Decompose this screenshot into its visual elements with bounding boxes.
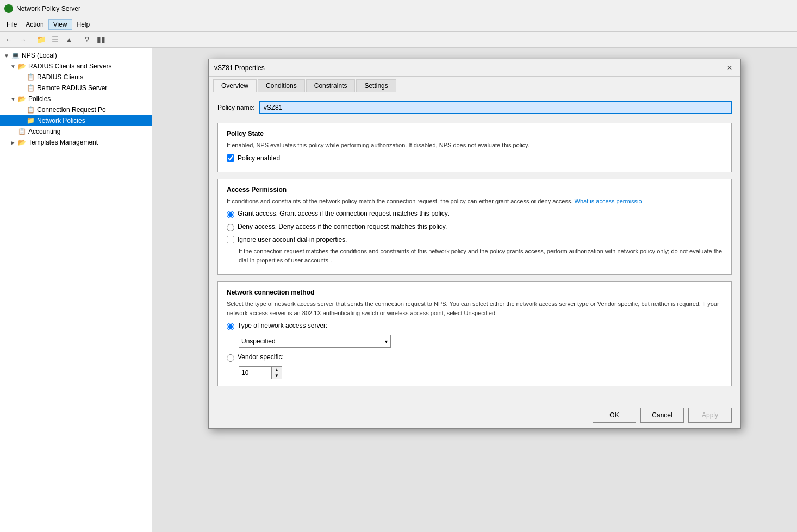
sidebar-item-radius-clients[interactable]: 📋 RADIUS Clients bbox=[0, 72, 152, 83]
dialog-title: vSZ81 Properties bbox=[214, 64, 265, 72]
sidebar: ▼ 💻 NPS (Local) ▼ 📂 RADIUS Clients and S… bbox=[0, 48, 152, 532]
sidebar-item-radius-clients-servers[interactable]: ▼ 📂 RADIUS Clients and Servers bbox=[0, 61, 152, 72]
computer-icon: 💻 bbox=[11, 51, 20, 60]
sidebar-item-network-policies[interactable]: 📁 Network Policies bbox=[0, 115, 152, 126]
expander-crp bbox=[17, 105, 26, 114]
toolbar-separator bbox=[32, 34, 32, 45]
deny-access-radio[interactable] bbox=[227, 224, 234, 231]
properties-dialog: vSZ81 Properties ✕ Overview Conditions C… bbox=[208, 59, 741, 429]
sidebar-label-radius-clients-servers: RADIUS Clients and Servers bbox=[28, 62, 111, 70]
tabs-bar: Overview Conditions Constraints Settings bbox=[209, 77, 740, 92]
toolbar: ← → 📁 ☰ ▲ ? ▮▮ bbox=[0, 32, 797, 48]
folder-icon: 📂 bbox=[17, 62, 26, 71]
sidebar-item-connection-request[interactable]: 📋 Connection Request Po bbox=[0, 104, 152, 115]
doc-icon-2: 📋 bbox=[26, 84, 35, 92]
server-type-dropdown[interactable]: Unspecified DHCP Server Gateway RADIUS P… bbox=[239, 335, 391, 348]
tab-constraints[interactable]: Constraints bbox=[306, 79, 356, 92]
ignore-dialin-row: Ignore user account dial-in properties. bbox=[227, 236, 723, 243]
toolbar-separator-2 bbox=[78, 34, 78, 45]
dropdown-row: Unspecified DHCP Server Gateway RADIUS P… bbox=[239, 335, 723, 348]
sidebar-label-remote-radius: Remote RADIUS Server bbox=[37, 84, 107, 92]
sidebar-label-radius-clients: RADIUS Clients bbox=[37, 73, 83, 81]
access-permission-title: Access Permission bbox=[227, 186, 723, 193]
folder-icon-3: 📂 bbox=[17, 138, 26, 147]
console-tree-button[interactable]: ☰ bbox=[48, 34, 61, 46]
spinner-up-button[interactable]: ▲ bbox=[272, 367, 282, 373]
vendor-specific-label[interactable]: Vendor specific: bbox=[238, 353, 284, 361]
menu-help[interactable]: Help bbox=[72, 20, 95, 29]
dialog-body: Policy name: Policy State If enabled, NP… bbox=[209, 92, 740, 402]
dropdown-wrapper: Unspecified DHCP Server Gateway RADIUS P… bbox=[239, 335, 391, 348]
sidebar-item-policies[interactable]: ▼ 📂 Policies bbox=[0, 93, 152, 104]
tab-settings[interactable]: Settings bbox=[356, 79, 396, 92]
grant-access-radio[interactable] bbox=[227, 211, 234, 218]
sidebar-item-remote-radius[interactable]: 📋 Remote RADIUS Server bbox=[0, 83, 152, 93]
expander-rc bbox=[17, 73, 26, 82]
ok-button[interactable]: OK bbox=[593, 408, 636, 423]
access-permission-desc: If conditions and constraints of the net… bbox=[227, 197, 723, 206]
apply-button[interactable]: Apply bbox=[688, 408, 732, 423]
forward-button[interactable]: → bbox=[16, 34, 29, 46]
app-icon bbox=[4, 4, 13, 13]
up-button[interactable]: 📁 bbox=[34, 34, 47, 46]
type-server-radio[interactable] bbox=[227, 323, 234, 330]
policy-name-label: Policy name: bbox=[217, 104, 255, 111]
policy-state-desc: If enabled, NPS evaluates this policy wh… bbox=[227, 141, 723, 150]
vendor-spinner-row: ▲ ▼ bbox=[239, 366, 723, 379]
sidebar-item-accounting[interactable]: 📋 Accounting bbox=[0, 126, 152, 137]
access-permission-link[interactable]: What is access permissio bbox=[575, 198, 642, 204]
ignore-dialin-desc: If the connection request matches the co… bbox=[239, 247, 723, 265]
deny-access-row: Deny access. Deny access if the connecti… bbox=[227, 223, 723, 231]
policy-enabled-label[interactable]: Policy enabled bbox=[238, 154, 280, 162]
doc-icon: 📋 bbox=[26, 73, 35, 82]
sidebar-label-templates: Templates Management bbox=[28, 139, 98, 146]
vendor-specific-radio[interactable] bbox=[227, 354, 234, 362]
policy-state-section: Policy State If enabled, NPS evaluates t… bbox=[217, 123, 732, 172]
access-permission-section: Access Permission If conditions and cons… bbox=[217, 179, 732, 276]
dialog-title-bar: vSZ81 Properties ✕ bbox=[209, 59, 740, 77]
sidebar-label-nps: NPS (Local) bbox=[22, 52, 57, 59]
grant-access-label[interactable]: Grant access. Grant access if the connec… bbox=[238, 210, 449, 217]
menu-action[interactable]: Action bbox=[21, 20, 48, 29]
deny-access-label[interactable]: Deny access. Deny access if the connecti… bbox=[238, 223, 447, 230]
dialog-overlay: vSZ81 Properties ✕ Overview Conditions C… bbox=[152, 48, 797, 532]
dialog-close-button[interactable]: ✕ bbox=[724, 62, 735, 73]
policy-name-row: Policy name: bbox=[217, 101, 732, 114]
title-bar: Network Policy Server bbox=[0, 0, 797, 17]
expander-tmpl: ► bbox=[9, 138, 17, 147]
ignore-dialin-checkbox[interactable] bbox=[227, 236, 234, 243]
menu-file[interactable]: File bbox=[2, 20, 21, 29]
help-button[interactable]: ? bbox=[80, 34, 94, 46]
sidebar-item-nps-local[interactable]: ▼ 💻 NPS (Local) bbox=[0, 50, 152, 61]
app-title: Network Policy Server bbox=[16, 5, 80, 12]
main-layout: ▼ 💻 NPS (Local) ▼ 📂 RADIUS Clients and S… bbox=[0, 48, 797, 532]
policy-enabled-row: Policy enabled bbox=[227, 154, 723, 162]
back-button[interactable]: ← bbox=[2, 34, 15, 46]
sidebar-label-network-policies: Network Policies bbox=[37, 117, 85, 124]
spinner-buttons: ▲ ▼ bbox=[271, 366, 282, 379]
expander-radius: ▼ bbox=[9, 62, 17, 71]
network-connection-desc: Select the type of network access server… bbox=[227, 299, 723, 317]
ignore-dialin-label[interactable]: Ignore user account dial-in properties. bbox=[238, 236, 347, 243]
menu-view[interactable]: View bbox=[48, 19, 72, 30]
vendor-value-input[interactable] bbox=[239, 366, 271, 379]
policy-enabled-checkbox[interactable] bbox=[227, 154, 234, 162]
extra-button[interactable]: ▮▮ bbox=[95, 34, 108, 46]
cancel-button[interactable]: Cancel bbox=[640, 408, 684, 423]
spinner-down-button[interactable]: ▼ bbox=[272, 373, 282, 379]
sidebar-label-connection-request: Connection Request Po bbox=[37, 106, 106, 114]
tab-overview[interactable]: Overview bbox=[213, 79, 257, 92]
tab-conditions[interactable]: Conditions bbox=[258, 79, 305, 92]
type-server-label[interactable]: Type of network access server: bbox=[238, 322, 327, 329]
folder-selected-icon: 📁 bbox=[26, 116, 35, 125]
content-area: vSZ81 Properties ✕ Overview Conditions C… bbox=[152, 48, 797, 532]
expander-rr bbox=[17, 84, 26, 92]
type-of-server-row: Type of network access server: bbox=[227, 322, 723, 330]
vendor-specific-row: Vendor specific: bbox=[227, 353, 723, 362]
policy-name-input[interactable] bbox=[259, 101, 732, 114]
sidebar-label-accounting: Accounting bbox=[28, 128, 60, 135]
sidebar-item-templates[interactable]: ► 📂 Templates Management bbox=[0, 137, 152, 148]
dialog-footer: OK Cancel Apply bbox=[209, 402, 740, 428]
show-hide-button[interactable]: ▲ bbox=[63, 34, 76, 46]
grant-access-row: Grant access. Grant access if the connec… bbox=[227, 210, 723, 218]
